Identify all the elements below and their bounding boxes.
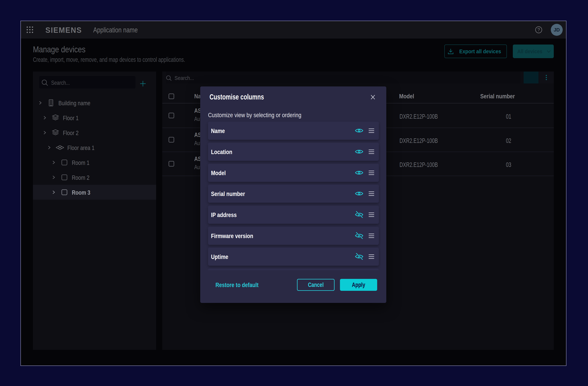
svg-text:?: ? <box>537 27 540 32</box>
